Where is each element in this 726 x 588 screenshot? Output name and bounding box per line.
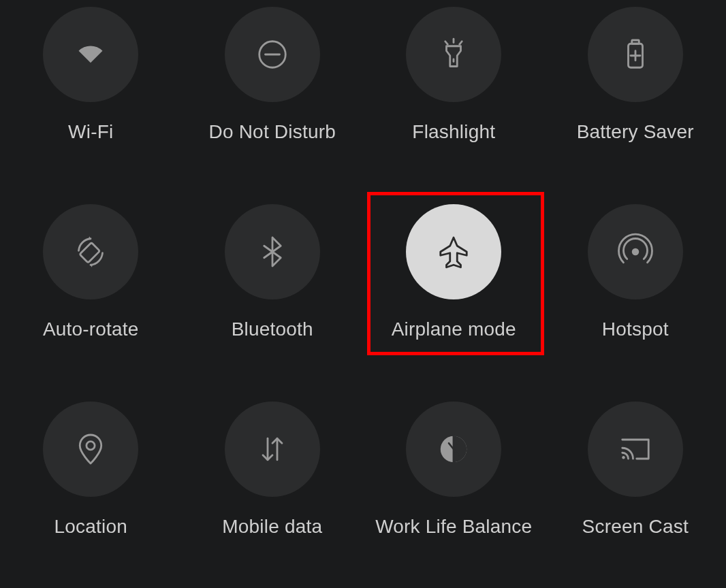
- tile-label: Screen Cast: [582, 516, 689, 538]
- quick-settings-panel: Wi-Fi Do Not Disturb Flas: [0, 0, 726, 588]
- location-icon: [43, 402, 138, 497]
- flashlight-icon: [406, 7, 501, 102]
- svg-point-12: [86, 442, 95, 450]
- mobile-data-icon: [225, 402, 320, 497]
- tile-label: Bluetooth: [232, 318, 313, 340]
- svg-rect-10: [80, 242, 100, 263]
- tile-label: Wi-Fi: [68, 121, 113, 143]
- tile-label: Hotspot: [602, 318, 669, 340]
- battery-saver-icon: [588, 7, 683, 102]
- tile-mobile-data[interactable]: Mobile data: [182, 402, 364, 538]
- svg-point-17: [622, 456, 625, 459]
- svg-point-16: [457, 442, 460, 445]
- tile-location[interactable]: Location: [0, 402, 182, 538]
- tile-hotspot[interactable]: Hotspot: [545, 204, 727, 340]
- svg-line-3: [445, 42, 448, 44]
- tile-label: Auto-rotate: [43, 318, 139, 340]
- tile-wifi[interactable]: Wi-Fi: [0, 7, 182, 143]
- tile-label: Battery Saver: [577, 121, 694, 143]
- do-not-disturb-icon: [225, 7, 320, 102]
- work-life-balance-icon: [406, 402, 501, 497]
- svg-point-11: [632, 248, 640, 256]
- tile-auto-rotate[interactable]: Auto-rotate: [0, 204, 182, 340]
- tile-screen-cast[interactable]: Screen Cast: [545, 402, 727, 538]
- tile-label: Mobile data: [222, 516, 322, 538]
- screen-cast-icon: [588, 402, 683, 497]
- tile-flashlight[interactable]: Flashlight: [363, 7, 545, 143]
- tile-work-life-balance[interactable]: Work Life Balance: [363, 402, 545, 538]
- bluetooth-icon: [225, 204, 320, 299]
- hotspot-icon: [588, 204, 683, 299]
- tile-battery-saver[interactable]: Battery Saver: [545, 7, 727, 143]
- svg-rect-7: [632, 40, 640, 44]
- wifi-icon: [43, 7, 138, 102]
- tile-label: Do Not Disturb: [209, 121, 336, 143]
- tile-label: Airplane mode: [392, 318, 516, 340]
- auto-rotate-icon: [43, 204, 138, 299]
- tile-label: Work Life Balance: [375, 516, 532, 538]
- tile-bluetooth[interactable]: Bluetooth: [182, 204, 364, 340]
- svg-line-4: [460, 42, 462, 44]
- tile-airplane-mode[interactable]: Airplane mode: [363, 204, 545, 340]
- quick-settings-grid: Wi-Fi Do Not Disturb Flas: [0, 0, 726, 538]
- tile-do-not-disturb[interactable]: Do Not Disturb: [182, 7, 364, 143]
- tile-label: Flashlight: [412, 121, 495, 143]
- tile-label: Location: [54, 516, 127, 538]
- airplane-icon: [406, 204, 501, 299]
